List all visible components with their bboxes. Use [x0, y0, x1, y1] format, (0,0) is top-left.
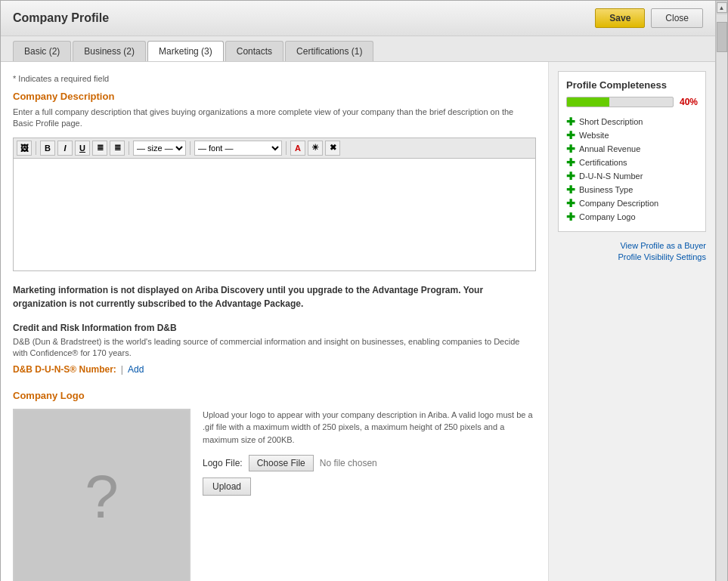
scroll-track	[717, 14, 727, 581]
required-note: * Indicates a required field	[13, 74, 536, 83]
ordered-list-button[interactable]: ≣	[92, 141, 107, 156]
scrollbar: ▲ ▼	[715, 1, 727, 581]
list-item: ✚ Certifications	[566, 156, 698, 169]
bold-button[interactable]: B	[40, 141, 55, 156]
titlebar: Company Profile Save Close	[1, 1, 715, 36]
list-item: ✚ Company Description	[566, 196, 698, 210]
editor-body[interactable]	[13, 158, 536, 271]
tab-certifications[interactable]: Certifications (1)	[285, 41, 373, 61]
item-label: Company Logo	[579, 212, 636, 221]
highlight-button[interactable]: ☀	[308, 141, 323, 156]
progress-bar-fill	[567, 97, 609, 107]
list-item: ✚ D-U-N-S Number	[566, 169, 698, 183]
profile-completeness-title: Profile Completeness	[566, 79, 698, 91]
clear-format-button[interactable]: ✖	[325, 141, 340, 156]
company-description-section: Company Description Enter a full company…	[13, 91, 536, 271]
toolbar-sep-1	[36, 141, 36, 155]
sidebar-links: View Profile as a Buyer Profile Visibili…	[558, 241, 706, 261]
logo-desc: Upload your logo to appear with your com…	[203, 409, 536, 447]
logo-file-row: Logo File: Choose File No file chosen	[203, 455, 536, 471]
font-family-select[interactable]: — font — Arial Times New Roman	[194, 141, 282, 156]
insert-image-button[interactable]: 🖼	[17, 141, 32, 156]
green-plus-icon: ✚	[566, 171, 575, 181]
item-label: Website	[579, 131, 609, 140]
toolbar-sep-4	[286, 141, 287, 155]
company-description-title: Company Description	[13, 91, 536, 102]
view-profile-link[interactable]: View Profile as a Buyer	[558, 241, 706, 250]
company-logo-section: Company Logo ? Upload your logo to appea…	[13, 390, 536, 581]
item-label: D-U-N-S Number	[579, 172, 643, 181]
close-button[interactable]: Close	[651, 8, 703, 28]
toolbar-sep-2	[129, 141, 129, 155]
font-size-select[interactable]: — size — Small Medium Large	[133, 141, 186, 156]
content-area: * Indicates a required field Company Des…	[1, 62, 549, 581]
duns-row: D&B D-U-N-S® Number: | Add	[13, 364, 536, 375]
advantage-notice-text: Marketing information is not displayed o…	[13, 285, 483, 309]
no-file-text: No file chosen	[320, 458, 377, 468]
scroll-thumb[interactable]	[717, 22, 727, 52]
tab-basic[interactable]: Basic (2)	[13, 41, 71, 61]
advantage-notice: Marketing information is not displayed o…	[13, 283, 536, 311]
upload-button[interactable]: Upload	[203, 477, 251, 496]
green-plus-icon: ✚	[566, 212, 575, 222]
tab-contacts[interactable]: Contacts	[225, 41, 283, 61]
credit-section: Credit and Risk Information from D&B D&B…	[13, 323, 536, 375]
green-plus-icon: ✚	[566, 116, 575, 127]
profile-completeness-box: Profile Completeness 40% ✚ Short Descrip…	[558, 71, 706, 232]
logo-placeholder: ?	[13, 409, 191, 581]
green-plus-icon: ✚	[566, 157, 575, 168]
tabs-bar: Basic (2) Business (2) Marketing (3) Con…	[1, 36, 715, 62]
duns-add-link[interactable]: Add	[128, 364, 144, 375]
page-title: Company Profile	[13, 11, 109, 25]
progress-bar-bg	[566, 97, 674, 107]
green-plus-icon: ✚	[566, 184, 575, 195]
choose-file-button[interactable]: Choose File	[249, 455, 314, 471]
green-plus-icon: ✚	[566, 198, 575, 209]
item-label: Short Description	[579, 117, 643, 126]
list-item: ✚ Annual Revenue	[566, 142, 698, 156]
item-label: Business Type	[579, 185, 633, 194]
titlebar-buttons: Save Close	[595, 8, 703, 28]
list-item: ✚ Website	[566, 128, 698, 142]
duns-label: D&B D-U-N-S® Number:	[13, 364, 116, 375]
tab-business[interactable]: Business (2)	[73, 41, 146, 61]
progress-pct: 40%	[680, 97, 698, 107]
italic-button[interactable]: I	[57, 141, 73, 156]
company-logo-title: Company Logo	[13, 390, 536, 401]
scroll-up-arrow[interactable]: ▲	[717, 2, 727, 13]
list-item: ✚ Short Description	[566, 115, 698, 128]
logo-info: Upload your logo to appear with your com…	[203, 409, 536, 581]
visibility-settings-link[interactable]: Profile Visibility Settings	[558, 252, 706, 261]
item-label: Annual Revenue	[579, 144, 640, 153]
list-item: ✚ Business Type	[566, 183, 698, 196]
green-plus-icon: ✚	[566, 144, 575, 154]
text-color-button[interactable]: A	[290, 141, 305, 156]
logo-area: ? Upload your logo to appear with your c…	[13, 409, 536, 581]
progress-bar-container: 40%	[566, 97, 698, 107]
logo-placeholder-icon: ?	[85, 462, 119, 532]
item-label: Certifications	[579, 158, 627, 167]
company-description-desc: Enter a full company description that gi…	[13, 107, 536, 130]
duns-separator: |	[121, 364, 123, 375]
logo-file-label: Logo File:	[203, 458, 243, 468]
save-button[interactable]: Save	[595, 8, 645, 28]
green-plus-icon: ✚	[566, 130, 575, 141]
list-item: ✚ Company Logo	[566, 210, 698, 224]
completeness-items: ✚ Short Description ✚ Website ✚ Annual R…	[566, 115, 698, 224]
credit-title: Credit and Risk Information from D&B	[13, 323, 536, 333]
item-label: Company Description	[579, 199, 658, 208]
sidebar: Profile Completeness 40% ✚ Short Descrip…	[549, 62, 715, 581]
toolbar-sep-3	[190, 141, 191, 155]
underline-button[interactable]: U	[75, 141, 90, 156]
tab-marketing[interactable]: Marketing (3)	[147, 41, 224, 61]
editor-toolbar: 🖼 B I U ≣ ≣ — size — Small Medium Large	[13, 138, 536, 158]
unordered-list-button[interactable]: ≣	[110, 141, 125, 156]
credit-desc: D&B (Dun & Bradstreet) is the world's le…	[13, 336, 536, 360]
